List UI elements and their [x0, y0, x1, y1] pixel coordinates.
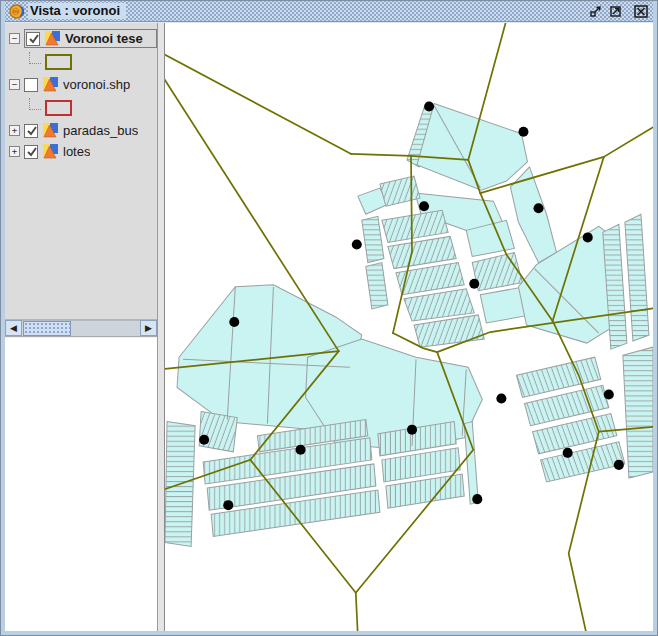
- legend-row: [5, 95, 157, 120]
- toc-horizontal-scrollbar[interactable]: ◀ ▶: [5, 320, 157, 337]
- tree-connector: [29, 52, 41, 64]
- scroll-left-button[interactable]: ◀: [5, 320, 22, 336]
- collapse-toggle[interactable]: −: [9, 33, 20, 44]
- check-mark: [26, 125, 38, 137]
- check-mark: [28, 33, 40, 45]
- bus-stop-point: [223, 500, 233, 510]
- layer-label[interactable]: paradas_bus: [63, 123, 138, 138]
- maximize-button[interactable]: [607, 4, 624, 19]
- bus-stop-point: [614, 460, 624, 470]
- title-bar[interactable]: SIG Vista : voronoi: [5, 1, 653, 22]
- bus-stop-point: [496, 393, 506, 403]
- toc-empty-panel: [5, 337, 157, 631]
- check-mark: [26, 146, 38, 158]
- map-view[interactable]: [165, 23, 653, 631]
- bus-stop-point: [229, 317, 239, 327]
- view-window: SIG Vista : voronoi −Voronoi tese: [0, 0, 658, 636]
- city-block: [199, 412, 237, 452]
- layer-icon: [42, 123, 59, 138]
- bus-stop-point: [563, 448, 573, 458]
- layer-panel: −Voronoi tese−voronoi.shp+paradas_bus+lo…: [5, 23, 158, 631]
- bus-stop-point: [604, 389, 614, 399]
- minimize-icon: [589, 5, 602, 18]
- layer-icon: [42, 77, 59, 92]
- layer-icon: [42, 144, 59, 159]
- layer-label[interactable]: voronoi.shp: [63, 77, 130, 92]
- tree-connector: [29, 98, 41, 110]
- bus-stop-point: [583, 232, 593, 242]
- map-canvas[interactable]: [165, 23, 653, 631]
- svg-text:SIG: SIG: [13, 10, 19, 14]
- legend-swatch[interactable]: [45, 54, 72, 70]
- layer-row-paradas-bus[interactable]: +paradas_bus: [5, 120, 157, 141]
- voronoi-edge: [411, 156, 412, 252]
- legend-row: [5, 49, 157, 74]
- bus-stop-point: [352, 239, 362, 249]
- bus-stop-point: [407, 425, 417, 435]
- panel-splitter[interactable]: [158, 23, 165, 631]
- bus-stop-point: [296, 445, 306, 455]
- layer-row-voronoi-shp[interactable]: −voronoi.shp: [5, 74, 157, 95]
- layer-visibility-checkbox[interactable]: [24, 78, 38, 92]
- layer-tree[interactable]: −Voronoi tese−voronoi.shp+paradas_bus+lo…: [5, 23, 157, 320]
- minimize-button[interactable]: [587, 4, 604, 19]
- bus-stop-point: [424, 102, 434, 112]
- layer-icon: [44, 31, 61, 46]
- expand-toggle[interactable]: +: [9, 125, 20, 136]
- layer-row-voronoi-tese[interactable]: −Voronoi tese: [5, 28, 157, 49]
- maximize-icon: [609, 5, 622, 18]
- layer-label[interactable]: Voronoi tese: [65, 31, 143, 46]
- window-content: −Voronoi tese−voronoi.shp+paradas_bus+lo…: [5, 22, 653, 631]
- close-button[interactable]: [632, 4, 649, 19]
- bus-stop-point: [419, 201, 429, 211]
- layer-visibility-checkbox[interactable]: [26, 32, 40, 46]
- collapse-toggle[interactable]: −: [9, 79, 20, 90]
- layer-row-lotes[interactable]: +lotes: [5, 141, 157, 162]
- window-title: Vista : voronoi: [28, 3, 126, 19]
- close-icon: [634, 5, 648, 18]
- layer-label[interactable]: lotes: [63, 144, 90, 159]
- scrollbar-thumb[interactable]: [23, 321, 71, 336]
- gvsig-logo-icon: SIG: [9, 4, 24, 19]
- legend-swatch[interactable]: [45, 100, 72, 116]
- bus-stop-point: [518, 127, 528, 137]
- bus-stop-point: [472, 494, 482, 504]
- expand-toggle[interactable]: +: [9, 146, 20, 157]
- bus-stop-point: [199, 435, 209, 445]
- layer-visibility-checkbox[interactable]: [24, 124, 38, 138]
- scroll-right-button[interactable]: ▶: [140, 320, 157, 336]
- bus-stop-point: [534, 203, 544, 213]
- bus-stop-point: [469, 279, 479, 289]
- layer-visibility-checkbox[interactable]: [24, 145, 38, 159]
- scrollbar-track[interactable]: [22, 320, 140, 336]
